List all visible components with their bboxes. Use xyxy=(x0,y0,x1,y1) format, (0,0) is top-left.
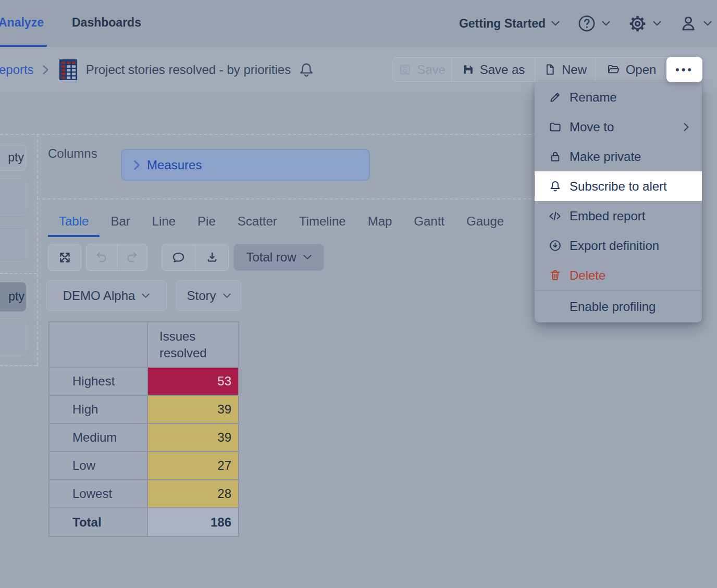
tab-timeline[interactable]: Timeline xyxy=(288,208,357,237)
table-row: Medium 39 xyxy=(49,423,239,452)
menu-item-embed-report[interactable]: Embed report xyxy=(535,201,702,231)
empty-drop-zone[interactable] xyxy=(0,319,26,355)
row-label-lowest[interactable]: Lowest xyxy=(49,480,147,508)
chevron-right-icon xyxy=(683,122,689,132)
row-label-medium[interactable]: Medium xyxy=(49,423,147,452)
report-actions-group: Save Save as New Open xyxy=(392,57,702,82)
left-empty-chip[interactable]: pty xyxy=(0,145,26,171)
tab-line[interactable]: Line xyxy=(141,208,187,237)
nav-tab-analyze[interactable]: Analyze xyxy=(0,16,44,30)
nav-tab-dashboards[interactable]: Dashboards xyxy=(72,16,141,30)
menu-item-delete[interactable]: Delete xyxy=(535,260,702,290)
top-nav-bar: Analyze Dashboards Getting Started xyxy=(0,0,717,47)
left-area-dashed-bottom xyxy=(0,365,37,366)
project-dimension-label: DEMO Alpha xyxy=(63,289,135,303)
settings-button[interactable] xyxy=(628,14,661,33)
row-label-high[interactable]: High xyxy=(49,395,147,423)
total-row-dropdown[interactable]: Total row xyxy=(233,244,324,271)
tab-scatter[interactable]: Scatter xyxy=(227,208,288,237)
empty-drop-zone[interactable] xyxy=(0,179,26,215)
left-area-dashed-divider xyxy=(0,273,37,274)
comment-icon xyxy=(171,251,186,265)
save-button[interactable]: Save xyxy=(393,58,451,81)
tab-map[interactable]: Map xyxy=(357,208,403,237)
project-dimension-dropdown[interactable]: DEMO Alpha xyxy=(46,280,167,311)
more-actions-button[interactable]: ••• xyxy=(666,57,702,82)
pencil-icon xyxy=(548,91,562,104)
expand-icon xyxy=(58,251,72,265)
fullscreen-button[interactable] xyxy=(48,244,81,271)
redo-button[interactable] xyxy=(117,244,147,270)
measure-column-header[interactable]: Issues resolved xyxy=(147,322,239,367)
cell-value-low[interactable]: 27 xyxy=(147,452,239,480)
menu-item-move-to[interactable]: Move to xyxy=(535,112,702,142)
open-label: Open xyxy=(626,62,657,77)
download-button[interactable] xyxy=(195,244,228,270)
comment-button[interactable] xyxy=(162,244,195,270)
row-label-total[interactable]: Total xyxy=(49,508,147,536)
help-button[interactable] xyxy=(577,14,610,33)
new-button[interactable]: New xyxy=(535,58,595,81)
cell-value-high[interactable]: 39 xyxy=(147,395,239,423)
cell-value-highest[interactable]: 53 xyxy=(147,367,239,395)
menu-item-rename[interactable]: Rename xyxy=(535,82,702,112)
tab-pie[interactable]: Pie xyxy=(187,208,227,237)
breadcrumb-reports-link[interactable]: eports xyxy=(0,62,34,77)
getting-started-button[interactable]: Getting Started xyxy=(459,17,560,31)
menu-item-export-definition[interactable]: Export definition xyxy=(535,231,702,260)
undo-button[interactable] xyxy=(86,244,117,270)
chevron-down-icon xyxy=(303,255,312,260)
save-label: Save xyxy=(417,62,446,77)
tab-table[interactable]: Table xyxy=(48,208,100,237)
left-empty-chip-selected[interactable]: pty xyxy=(0,282,26,311)
save-as-label: Save as xyxy=(480,62,525,77)
columns-area-dashed-bottom xyxy=(37,198,537,199)
menu-item-label: Move to xyxy=(570,120,614,134)
menu-item-label: Enable profiling xyxy=(570,299,656,314)
row-label-highest[interactable]: Highest xyxy=(49,367,147,395)
report-table-icon xyxy=(59,59,77,80)
table-row: High 39 xyxy=(49,395,239,423)
chevron-down-icon xyxy=(703,21,712,26)
alert-bell-icon[interactable] xyxy=(298,60,315,79)
menu-item-make-private[interactable]: Make private xyxy=(535,142,702,171)
download-icon xyxy=(205,251,219,264)
tab-bar[interactable]: Bar xyxy=(100,208,141,237)
breadcrumb-chevron-icon xyxy=(42,65,49,75)
measures-chip[interactable]: Measures xyxy=(121,149,370,181)
comment-download-group xyxy=(162,244,229,271)
more-actions-menu: Rename Move to Make private Subscrib xyxy=(535,82,702,322)
tab-gauge[interactable]: Gauge xyxy=(455,208,515,237)
measures-chip-label: Measures xyxy=(147,158,202,172)
user-button[interactable] xyxy=(679,14,712,33)
download-circle-icon xyxy=(548,239,562,252)
table-total-row: Total 186 xyxy=(49,508,239,536)
menu-item-label: Delete xyxy=(570,268,605,283)
cell-value-medium[interactable]: 39 xyxy=(147,423,239,452)
empty-drop-zone[interactable] xyxy=(0,226,26,262)
tab-gantt[interactable]: Gantt xyxy=(403,208,455,237)
folder-icon xyxy=(548,120,562,133)
columns-section-label: Columns xyxy=(48,146,97,161)
page-title: Project stories resolved - by priorities xyxy=(86,62,291,77)
table-row: Lowest 28 xyxy=(49,480,239,508)
chevron-down-icon xyxy=(602,21,610,26)
menu-item-enable-profiling[interactable]: Enable profiling xyxy=(535,291,702,322)
undo-redo-group xyxy=(86,244,147,271)
table-header-row: Issues resolved xyxy=(49,322,239,367)
cell-value-total[interactable]: 186 xyxy=(147,508,239,536)
help-icon xyxy=(577,14,596,33)
empty-corner-cell xyxy=(49,322,147,367)
redo-icon xyxy=(125,251,139,264)
gear-icon xyxy=(628,14,647,33)
issue-type-label: Story xyxy=(187,289,216,303)
save-as-button[interactable]: Save as xyxy=(451,58,535,81)
open-button[interactable]: Open xyxy=(595,58,667,81)
topbar-actions: Getting Started xyxy=(459,0,712,47)
row-label-low[interactable]: Low xyxy=(49,452,147,480)
menu-item-label: Subscribe to alert xyxy=(570,179,667,194)
cell-value-lowest[interactable]: 28 xyxy=(147,480,239,508)
menu-item-label: Embed report xyxy=(570,209,645,223)
issue-type-dropdown[interactable]: Story xyxy=(176,280,241,311)
menu-item-subscribe-to-alert[interactable]: Subscribe to alert xyxy=(535,171,702,201)
